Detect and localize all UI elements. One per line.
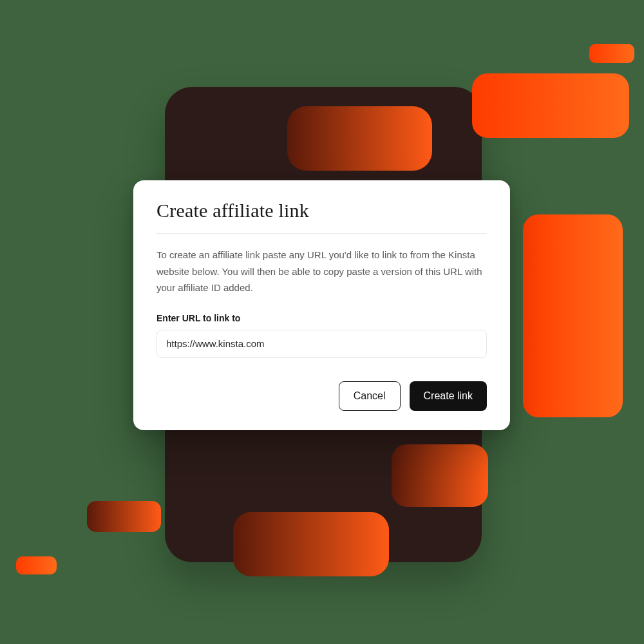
decorative-shape [589, 44, 634, 63]
create-affiliate-link-modal: Create affiliate link To create an affil… [133, 180, 510, 430]
url-input[interactable] [156, 330, 487, 358]
modal-actions: Cancel Create link [156, 381, 487, 411]
decorative-shape [472, 73, 629, 138]
decorative-shape [392, 444, 488, 507]
modal-title: Create affiliate link [156, 200, 487, 222]
cancel-button[interactable]: Cancel [339, 381, 401, 411]
decorative-shape [287, 106, 432, 171]
create-link-button[interactable]: Create link [410, 381, 487, 411]
url-field-label: Enter URL to link to [156, 313, 487, 323]
decorative-shape [16, 556, 57, 574]
modal-description: To create an affiliate link paste any UR… [156, 247, 487, 296]
modal-divider [156, 233, 487, 234]
decorative-shape [233, 512, 389, 576]
decorative-shape [87, 501, 161, 532]
decorative-shape [523, 214, 623, 417]
